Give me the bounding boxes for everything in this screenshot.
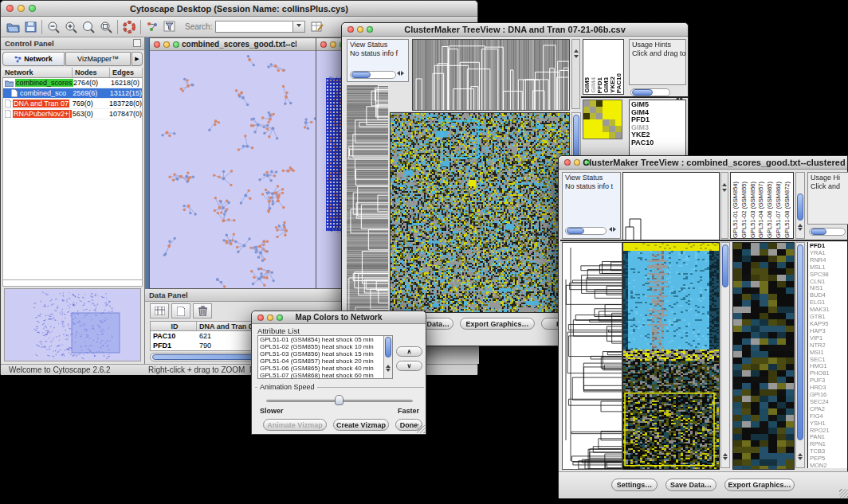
scroll-down-icon[interactable]: [723, 451, 728, 466]
move-down-button[interactable]: ∨: [396, 361, 422, 371]
table-row[interactable]: RNAPuberNov2+| 563(0) 107847(0): [3, 109, 142, 119]
tv1-row-dendrogram[interactable]: [347, 85, 388, 311]
column-header-network[interactable]: Network: [2, 68, 73, 77]
export-graphics-button[interactable]: Export Graphics…: [724, 479, 795, 491]
treeview1-titlebar[interactable]: ClusterMaker TreeView : DNA and Tran 07-…: [342, 23, 688, 37]
tv2-gene-scrollbar[interactable]: [795, 242, 805, 468]
zoom-button[interactable]: [173, 41, 179, 48]
resize-grip[interactable]: [839, 489, 848, 498]
scroll-left-icon[interactable]: [607, 225, 612, 234]
tab-network[interactable]: Network: [2, 52, 65, 66]
column-header-id[interactable]: ID: [151, 322, 197, 330]
close-button[interactable]: [320, 41, 327, 48]
scrollbar-thumb[interactable]: [722, 244, 728, 287]
zoom-fit-icon[interactable]: [80, 19, 97, 35]
close-button[interactable]: [347, 26, 354, 33]
minimize-button[interactable]: [357, 26, 363, 33]
save-data-button[interactable]: Save Data…: [665, 479, 716, 491]
filter-icon[interactable]: [161, 19, 179, 35]
attribute-item[interactable]: GPL51-07 (GSM868) heat shock 60 min: [260, 373, 381, 380]
column-header-edges[interactable]: Edges: [110, 68, 143, 77]
attribute-item[interactable]: GPL51-01 (GSM854) heat shock 05 min: [260, 337, 381, 344]
help-lifesaver-icon[interactable]: [120, 19, 138, 35]
close-button[interactable]: [6, 5, 14, 12]
resize-grip[interactable]: [416, 424, 425, 433]
attribute-item[interactable]: GPL51-04 (GSM857) heat shock 20 min: [260, 358, 381, 365]
scroll-left-icon[interactable]: [395, 69, 400, 78]
table-row[interactable]: combined_scores 2764(0) 16218(0): [3, 78, 142, 88]
tv2-dendro-scroll-strip[interactable]: [720, 172, 728, 239]
attribute-item[interactable]: GPL51-03 (GSM856) heat shock 15 min: [260, 351, 381, 358]
scroll-down-icon[interactable]: [386, 363, 391, 377]
zoom-out-icon[interactable]: [45, 19, 62, 35]
table-row[interactable]: combined_sco 2569(6) 13112(15): [3, 88, 142, 99]
attribute-item[interactable]: GPL51-06 (GSM865) heat shock 40 min: [260, 365, 381, 373]
scroll-down-icon[interactable]: [574, 49, 579, 64]
view-status-scrollbar[interactable]: [350, 71, 396, 79]
close-button[interactable]: [154, 41, 160, 48]
tv1-column-dendrogram[interactable]: [412, 39, 570, 111]
tv2-column-dendrogram[interactable]: [622, 172, 720, 240]
tv1-dendro-scroll-strip[interactable]: [571, 39, 580, 109]
zoom-in-icon[interactable]: [62, 19, 80, 35]
select-attributes-button[interactable]: [150, 303, 169, 318]
speed-slider-thumb[interactable]: [335, 395, 344, 405]
tab-overflow-button[interactable]: ▶: [132, 52, 143, 66]
tv2-heatmap-scrollbar[interactable]: [720, 242, 730, 468]
float-panel-icon[interactable]: [133, 39, 141, 47]
view-status-scrollbar[interactable]: [565, 227, 607, 235]
tab-vizmapper[interactable]: VizMapper™: [65, 52, 131, 66]
network-icon[interactable]: [143, 19, 161, 35]
search-input[interactable]: [215, 21, 293, 33]
treeview2-titlebar[interactable]: ClusterMaker TreeView : combined_scores_…: [559, 156, 847, 170]
minimize-button[interactable]: [267, 315, 273, 321]
attribute-listbox[interactable]: GPL51-01 (GSM854) heat shock 05 minGPL51…: [257, 335, 393, 379]
search-dropdown-button[interactable]: [293, 21, 305, 33]
minimize-button[interactable]: [574, 159, 580, 166]
zoom-button[interactable]: [367, 26, 373, 33]
gene-label[interactable]: PAC10: [631, 139, 684, 147]
network-overview-canvas[interactable]: [5, 289, 140, 361]
tv2-gene-list[interactable]: PFD1YRA1RNR4MSL1SPC98CLN1NIS1BUD4ELG1MAK…: [807, 242, 847, 468]
export-graphics-button[interactable]: Export Graphics…: [460, 318, 535, 330]
tv2-row-dendrogram[interactable]: [562, 242, 622, 470]
zoom-selected-icon[interactable]: [97, 19, 115, 35]
listbox-scrollbar[interactable]: [383, 336, 392, 378]
attribute-browser-icon[interactable]: [308, 19, 326, 35]
tv1-hints-scrollbar[interactable]: [630, 88, 670, 96]
scrollbar-thumb[interactable]: [797, 244, 803, 440]
tv2-labels-scrollbar[interactable]: [795, 172, 805, 239]
close-button[interactable]: [564, 159, 571, 166]
tv1-correlation-matrix[interactable]: [583, 100, 622, 139]
panel-divider-handle[interactable]: [2, 280, 143, 287]
network-overview-panel[interactable]: [4, 288, 141, 361]
gene-label[interactable]: MON2: [810, 463, 847, 468]
scroll-down-icon[interactable]: [798, 451, 803, 466]
zoom-button[interactable]: [277, 315, 283, 321]
settings-button[interactable]: Settings…: [611, 479, 658, 491]
column-header-nodes[interactable]: Nodes: [73, 68, 110, 77]
move-up-button[interactable]: ∧: [396, 346, 422, 357]
close-button[interactable]: [257, 315, 264, 321]
animate-vizmap-button[interactable]: Animate Vizmap: [263, 419, 327, 431]
network-table-header[interactable]: Network Nodes Edges: [2, 68, 143, 78]
dialog-titlebar[interactable]: Map Colors to Network: [252, 311, 426, 324]
tv2-heatmap[interactable]: [622, 242, 720, 470]
minimize-button[interactable]: [18, 5, 25, 12]
create-vizmap-button[interactable]: Create Vizmap: [333, 419, 389, 431]
save-session-button[interactable]: [22, 19, 39, 35]
tv1-heatmap[interactable]: [390, 112, 570, 313]
tv2-hints-scrollbar[interactable]: [809, 228, 846, 236]
network-view-titlebar[interactable]: combined_scores_good.txt--cluste…: [150, 38, 328, 51]
attribute-item[interactable]: GPL51-02 (GSM855) heat shock 10 min: [260, 344, 381, 351]
open-session-button[interactable]: [4, 19, 22, 35]
network-view-canvas[interactable]: [150, 51, 328, 288]
scroll-right-icon[interactable]: [613, 225, 618, 234]
minimize-button[interactable]: [163, 41, 170, 48]
table-row[interactable]: DNA and Tran 07 769(0) 183728(0): [3, 99, 142, 109]
scrollbar-thumb[interactable]: [385, 337, 391, 357]
main-titlebar[interactable]: Cytoscape Desktop (Session Name: collins…: [1, 1, 477, 17]
delete-attribute-button[interactable]: [193, 303, 212, 318]
scrollbar-thumb[interactable]: [573, 115, 579, 161]
minimize-button[interactable]: [330, 41, 336, 48]
